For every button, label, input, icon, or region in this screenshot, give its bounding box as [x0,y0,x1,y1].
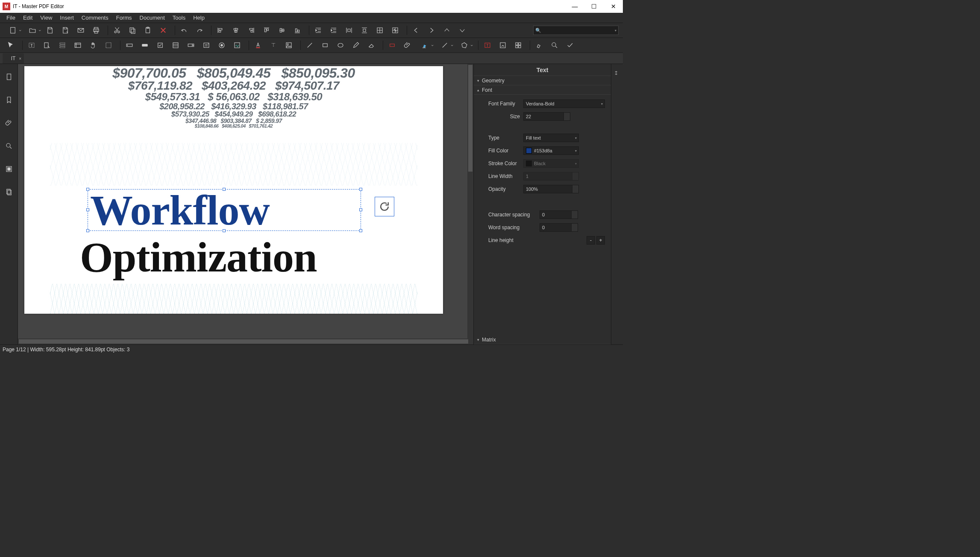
prev-page-button[interactable] [410,24,423,37]
resize-handle[interactable] [86,208,89,211]
indent-increase-button[interactable] [327,24,340,37]
paste-button[interactable] [141,24,154,37]
copy-button[interactable] [126,24,139,37]
snap-button[interactable] [389,24,402,37]
align-left-button[interactable] [214,24,227,37]
selection-box[interactable] [88,189,361,231]
highlight-button[interactable] [417,39,434,52]
stroke-color-picker[interactable]: Black [523,159,579,168]
align-top-button[interactable] [260,24,273,37]
resize-handle[interactable] [86,229,89,232]
edit-forms-button[interactable] [56,39,69,52]
save-as-button[interactable] [59,24,72,37]
resize-handle[interactable] [223,229,226,232]
resize-handle[interactable] [86,188,89,191]
vertical-scrollbar[interactable] [467,64,473,344]
listbox-button[interactable] [169,39,182,52]
section-font[interactable]: ▴Font [474,85,611,95]
ellipse-tool-button[interactable] [334,39,347,52]
checkbox-button[interactable] [154,39,167,52]
font-family-dropdown[interactable]: Verdana-Bold [523,99,605,108]
signature-field-button[interactable] [231,39,244,52]
font-color-button[interactable] [252,39,264,52]
resize-handle[interactable] [359,229,362,232]
close-button[interactable]: ✕ [604,0,623,13]
text-box-annot-button[interactable] [481,39,494,52]
cut-button[interactable] [111,24,123,37]
next-page-button[interactable] [425,24,438,37]
menu-view[interactable]: View [36,13,56,23]
radio-button[interactable] [215,39,228,52]
attachment-button[interactable] [401,39,414,52]
delete-button[interactable] [157,24,170,37]
line-tool-button[interactable] [303,39,316,52]
select-text-button[interactable] [102,39,115,52]
new-document-button[interactable] [4,24,21,37]
open-button[interactable] [24,24,41,37]
form-fields-button[interactable] [71,39,84,52]
section-geometry[interactable]: ▾Geometry [474,76,611,85]
maximize-button[interactable]: ☐ [584,0,604,13]
insert-text-button[interactable] [267,39,280,52]
search-panel-button[interactable] [2,137,16,155]
section-matrix[interactable]: ▾Matrix [474,335,611,344]
grid-button[interactable] [373,24,386,37]
line-height-minus-button[interactable]: - [587,236,595,245]
combobox-button[interactable] [185,39,197,52]
search-input[interactable]: 🔍 [533,26,619,35]
line-annot-button[interactable] [436,39,453,52]
zoom-button[interactable] [548,39,561,52]
grid-layout-button[interactable] [512,39,525,52]
document-tab[interactable]: IT × [3,53,24,64]
menu-insert[interactable]: Insert [56,13,78,23]
check-button[interactable] [563,39,576,52]
menu-document[interactable]: Document [136,13,169,23]
object-inspector-tab[interactable] [613,68,622,78]
edit-text-button[interactable] [25,39,38,52]
pencil-tool-button[interactable] [349,39,362,52]
insert-image-button[interactable] [282,39,295,52]
word-spacing-input[interactable]: 0 [540,223,578,232]
font-size-input[interactable]: 22 [523,112,570,121]
dropdown-button[interactable] [200,39,213,52]
indent-decrease-button[interactable] [312,24,325,37]
menu-help[interactable]: Help [189,13,208,23]
menu-edit[interactable]: Edit [19,13,36,23]
resize-handle[interactable] [223,188,226,191]
minimize-button[interactable]: — [565,0,584,13]
save-button[interactable] [44,24,56,37]
line-height-plus-button[interactable]: + [596,236,605,245]
close-tab-icon[interactable]: × [19,56,21,61]
edit-document-button[interactable] [41,39,53,52]
prev-view-button[interactable] [440,24,453,37]
rotate-handle[interactable] [375,197,394,216]
stamp-button[interactable] [496,39,509,52]
print-button[interactable] [90,24,103,37]
menu-comments[interactable]: Comments [78,13,112,23]
undo-button[interactable] [178,24,191,37]
resize-handle[interactable] [359,208,362,211]
marker-button[interactable] [533,39,546,52]
text-field-button[interactable] [123,39,136,52]
horizontal-scrollbar[interactable] [18,338,467,344]
next-view-button[interactable] [456,24,469,37]
bookmarks-panel-button[interactable] [2,91,16,108]
rectangle-tool-button[interactable] [319,39,332,52]
align-bottom-button[interactable] [291,24,304,37]
char-spacing-input[interactable]: 0 [540,210,578,219]
attachments-panel-button[interactable] [2,114,16,131]
distribute-v-button[interactable] [358,24,371,37]
distribute-h-button[interactable] [343,24,355,37]
menu-file[interactable]: File [3,13,19,23]
polygon-annot-button[interactable] [456,39,473,52]
align-middle-button[interactable] [276,24,288,37]
type-dropdown[interactable]: Fill text [523,134,579,142]
resize-handle[interactable] [359,188,362,191]
link-rect-button[interactable] [386,39,399,52]
align-center-h-button[interactable] [229,24,242,37]
menu-tools[interactable]: Tools [169,13,189,23]
menu-forms[interactable]: Forms [112,13,136,23]
hand-tool-button[interactable] [87,39,100,52]
email-button[interactable] [74,24,87,37]
opacity-input[interactable]: 100% [523,185,579,193]
